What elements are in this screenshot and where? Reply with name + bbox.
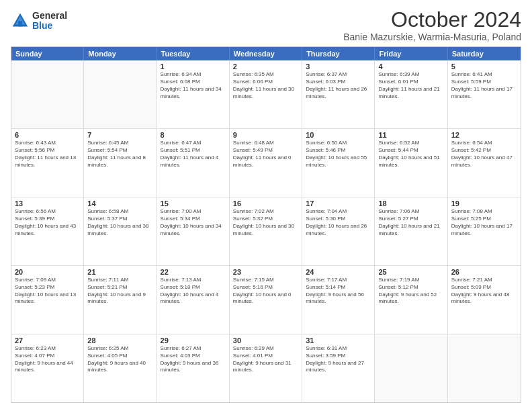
day-info: Sunrise: 7:06 AM Sunset: 5:27 PM Dayligh… xyxy=(378,208,443,237)
day-cell-11: 11Sunrise: 6:52 AM Sunset: 5:44 PM Dayli… xyxy=(375,129,447,197)
day-info: Sunrise: 6:47 AM Sunset: 5:51 PM Dayligh… xyxy=(161,140,226,169)
day-info: Sunrise: 7:13 AM Sunset: 5:18 PM Dayligh… xyxy=(161,277,226,306)
day-number: 17 xyxy=(306,199,371,208)
svg-rect-2 xyxy=(18,21,22,26)
day-info: Sunrise: 6:41 AM Sunset: 5:59 PM Dayligh… xyxy=(451,71,517,100)
day-info: Sunrise: 7:11 AM Sunset: 5:21 PM Dayligh… xyxy=(87,277,152,306)
day-cell-4: 4Sunrise: 6:39 AM Sunset: 6:01 PM Daylig… xyxy=(375,60,447,128)
day-info: Sunrise: 6:37 AM Sunset: 6:03 PM Dayligh… xyxy=(306,71,371,100)
day-number: 8 xyxy=(161,131,226,139)
header-day-friday: Friday xyxy=(375,47,447,60)
day-number: 29 xyxy=(161,336,226,345)
day-cell-22: 22Sunrise: 7:13 AM Sunset: 5:18 PM Dayli… xyxy=(157,266,230,334)
day-cell-15: 15Sunrise: 7:00 AM Sunset: 5:34 PM Dayli… xyxy=(157,197,230,265)
day-info: Sunrise: 7:09 AM Sunset: 5:23 PM Dayligh… xyxy=(15,277,80,306)
logo-icon xyxy=(11,11,30,30)
day-cell-31: 31Sunrise: 6:31 AM Sunset: 3:59 PM Dayli… xyxy=(302,334,375,402)
day-number: 12 xyxy=(451,131,517,139)
day-number: 18 xyxy=(378,199,443,208)
day-info: Sunrise: 6:35 AM Sunset: 6:06 PM Dayligh… xyxy=(233,71,298,100)
day-info: Sunrise: 7:15 AM Sunset: 5:16 PM Dayligh… xyxy=(233,277,298,306)
day-cell-3: 3Sunrise: 6:37 AM Sunset: 6:03 PM Daylig… xyxy=(302,60,375,128)
day-number: 6 xyxy=(15,131,80,139)
day-number: 27 xyxy=(15,336,80,345)
day-info: Sunrise: 6:23 AM Sunset: 4:07 PM Dayligh… xyxy=(15,345,80,374)
day-number: 1 xyxy=(161,62,226,71)
month-title: October 2024 xyxy=(343,8,521,32)
day-cell-23: 23Sunrise: 7:15 AM Sunset: 5:16 PM Dayli… xyxy=(230,266,302,334)
day-info: Sunrise: 6:43 AM Sunset: 5:56 PM Dayligh… xyxy=(15,140,80,169)
day-info: Sunrise: 7:08 AM Sunset: 5:25 PM Dayligh… xyxy=(451,208,517,237)
logo: General Blue xyxy=(11,11,67,32)
day-info: Sunrise: 6:39 AM Sunset: 6:01 PM Dayligh… xyxy=(378,71,443,100)
day-number: 30 xyxy=(233,336,298,345)
day-cell-25: 25Sunrise: 7:19 AM Sunset: 5:12 PM Dayli… xyxy=(375,266,447,334)
day-number: 9 xyxy=(233,131,298,139)
header-day-sunday: Sunday xyxy=(11,47,84,60)
day-cell-21: 21Sunrise: 7:11 AM Sunset: 5:21 PM Dayli… xyxy=(84,266,157,334)
day-info: Sunrise: 7:21 AM Sunset: 5:09 PM Dayligh… xyxy=(451,277,517,306)
day-number: 4 xyxy=(378,62,443,71)
calendar-row-5: 27Sunrise: 6:23 AM Sunset: 4:07 PM Dayli… xyxy=(11,334,521,402)
day-info: Sunrise: 6:34 AM Sunset: 6:08 PM Dayligh… xyxy=(161,71,226,100)
day-cell-14: 14Sunrise: 6:58 AM Sunset: 5:37 PM Dayli… xyxy=(84,197,157,265)
logo-blue-text: Blue xyxy=(32,21,67,31)
day-info: Sunrise: 7:19 AM Sunset: 5:12 PM Dayligh… xyxy=(378,277,443,306)
day-info: Sunrise: 6:56 AM Sunset: 5:39 PM Dayligh… xyxy=(15,208,80,237)
calendar: SundayMondayTuesdayWednesdayThursdayFrid… xyxy=(11,46,521,403)
day-cell-16: 16Sunrise: 7:02 AM Sunset: 5:32 PM Dayli… xyxy=(230,197,302,265)
calendar-body: 1Sunrise: 6:34 AM Sunset: 6:08 PM Daylig… xyxy=(11,60,521,402)
header-day-saturday: Saturday xyxy=(448,47,521,60)
location-text: Banie Mazurskie, Warmia-Masuria, Poland xyxy=(343,32,521,42)
day-cell-empty xyxy=(11,60,84,128)
day-info: Sunrise: 6:27 AM Sunset: 4:03 PM Dayligh… xyxy=(161,345,226,374)
calendar-header: SundayMondayTuesdayWednesdayThursdayFrid… xyxy=(11,47,521,60)
day-number: 15 xyxy=(161,199,226,208)
day-cell-26: 26Sunrise: 7:21 AM Sunset: 5:09 PM Dayli… xyxy=(448,266,521,334)
day-number: 2 xyxy=(233,62,298,71)
logo-general-text: General xyxy=(32,11,67,21)
day-cell-13: 13Sunrise: 6:56 AM Sunset: 5:39 PM Dayli… xyxy=(11,197,84,265)
day-cell-9: 9Sunrise: 6:48 AM Sunset: 5:49 PM Daylig… xyxy=(230,129,302,197)
day-number: 23 xyxy=(233,268,298,276)
day-info: Sunrise: 6:48 AM Sunset: 5:49 PM Dayligh… xyxy=(233,140,298,169)
day-info: Sunrise: 6:50 AM Sunset: 5:46 PM Dayligh… xyxy=(306,140,371,169)
day-info: Sunrise: 6:58 AM Sunset: 5:37 PM Dayligh… xyxy=(87,208,152,237)
day-cell-19: 19Sunrise: 7:08 AM Sunset: 5:25 PM Dayli… xyxy=(448,197,521,265)
header-day-thursday: Thursday xyxy=(302,47,375,60)
day-number: 11 xyxy=(378,131,443,139)
header: General Blue October 2024 Banie Mazurski… xyxy=(11,8,521,42)
day-cell-24: 24Sunrise: 7:17 AM Sunset: 5:14 PM Dayli… xyxy=(302,266,375,334)
header-day-monday: Monday xyxy=(84,47,157,60)
day-info: Sunrise: 7:04 AM Sunset: 5:30 PM Dayligh… xyxy=(306,208,371,237)
calendar-row-2: 6Sunrise: 6:43 AM Sunset: 5:56 PM Daylig… xyxy=(11,129,521,197)
day-cell-12: 12Sunrise: 6:54 AM Sunset: 5:42 PM Dayli… xyxy=(448,129,521,197)
header-day-tuesday: Tuesday xyxy=(157,47,230,60)
day-cell-20: 20Sunrise: 7:09 AM Sunset: 5:23 PM Dayli… xyxy=(11,266,84,334)
header-day-wednesday: Wednesday xyxy=(230,47,302,60)
day-number: 24 xyxy=(306,268,371,276)
calendar-row-4: 20Sunrise: 7:09 AM Sunset: 5:23 PM Dayli… xyxy=(11,266,521,334)
day-cell-17: 17Sunrise: 7:04 AM Sunset: 5:30 PM Dayli… xyxy=(302,197,375,265)
day-info: Sunrise: 6:52 AM Sunset: 5:44 PM Dayligh… xyxy=(378,140,443,169)
calendar-row-3: 13Sunrise: 6:56 AM Sunset: 5:39 PM Dayli… xyxy=(11,197,521,266)
day-number: 3 xyxy=(306,62,371,71)
day-cell-29: 29Sunrise: 6:27 AM Sunset: 4:03 PM Dayli… xyxy=(157,334,230,402)
day-info: Sunrise: 6:29 AM Sunset: 4:01 PM Dayligh… xyxy=(233,345,298,374)
day-cell-empty xyxy=(375,334,447,402)
day-info: Sunrise: 6:54 AM Sunset: 5:42 PM Dayligh… xyxy=(451,140,517,169)
day-number: 19 xyxy=(451,199,517,208)
day-number: 5 xyxy=(451,62,517,71)
day-number: 13 xyxy=(15,199,80,208)
day-number: 26 xyxy=(451,268,517,276)
day-cell-empty xyxy=(448,334,521,402)
day-cell-10: 10Sunrise: 6:50 AM Sunset: 5:46 PM Dayli… xyxy=(302,129,375,197)
day-cell-30: 30Sunrise: 6:29 AM Sunset: 4:01 PM Dayli… xyxy=(230,334,302,402)
calendar-row-1: 1Sunrise: 6:34 AM Sunset: 6:08 PM Daylig… xyxy=(11,60,521,129)
day-cell-18: 18Sunrise: 7:06 AM Sunset: 5:27 PM Dayli… xyxy=(375,197,447,265)
day-cell-27: 27Sunrise: 6:23 AM Sunset: 4:07 PM Dayli… xyxy=(11,334,84,402)
day-number: 31 xyxy=(306,336,371,345)
day-number: 28 xyxy=(87,336,152,345)
day-number: 7 xyxy=(87,131,152,139)
day-info: Sunrise: 7:00 AM Sunset: 5:34 PM Dayligh… xyxy=(161,208,226,237)
